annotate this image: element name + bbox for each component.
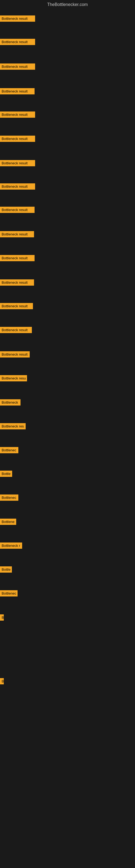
bottleneck-result-item[interactable]: Bottleneck result [0, 63, 35, 70]
bottleneck-result-item[interactable]: Bottleneck [0, 399, 20, 405]
bottleneck-result-item[interactable]: Bottleneck result [0, 279, 34, 286]
bottleneck-result-item[interactable]: Bottleneck result [0, 231, 34, 237]
bottleneck-result-item[interactable]: B [0, 614, 4, 621]
site-title: TheBottlenecker.com [0, 0, 135, 9]
bottleneck-result-item[interactable]: Bottleneck result [0, 160, 35, 166]
bottleneck-result-item[interactable]: Bottleneck result [0, 303, 33, 309]
bottleneck-result-item[interactable]: Bottleneck result [0, 39, 35, 45]
bottleneck-result-item[interactable]: Bottleneck result [0, 351, 30, 358]
bottleneck-result-item[interactable]: Bottleneck r [0, 542, 22, 549]
bottleneck-result-item[interactable]: Bottlenec [0, 590, 17, 596]
bottleneck-result-item[interactable]: Bottleneck result [0, 16, 35, 22]
bottleneck-result-item[interactable]: Bottleneck result [0, 183, 35, 190]
bottleneck-result-item[interactable]: Bottlene [0, 519, 16, 525]
bottleneck-result-item[interactable]: Bottle [0, 566, 12, 572]
bottleneck-result-item[interactable]: Bottleneck result [0, 327, 32, 333]
bottleneck-result-item[interactable]: Bottleneck result [0, 255, 35, 261]
bottleneck-result-item[interactable]: Bottleneck result [0, 88, 35, 94]
bottleneck-result-item[interactable]: Bottlenec [0, 447, 18, 453]
bottleneck-result-item[interactable]: Bottleneck resu [0, 375, 27, 381]
bottleneck-result-item[interactable]: Bottleneck res [0, 423, 26, 429]
bottleneck-result-item[interactable]: B [0, 678, 4, 684]
bottleneck-result-item[interactable]: Bottleneck result [0, 207, 35, 213]
bottleneck-result-item[interactable]: Bottleneck result [0, 112, 35, 118]
bottleneck-result-item[interactable]: Bottle [0, 471, 12, 477]
bottleneck-result-item[interactable]: Bottlenec [0, 495, 18, 501]
bottleneck-result-item[interactable]: Bottleneck result [0, 135, 35, 142]
